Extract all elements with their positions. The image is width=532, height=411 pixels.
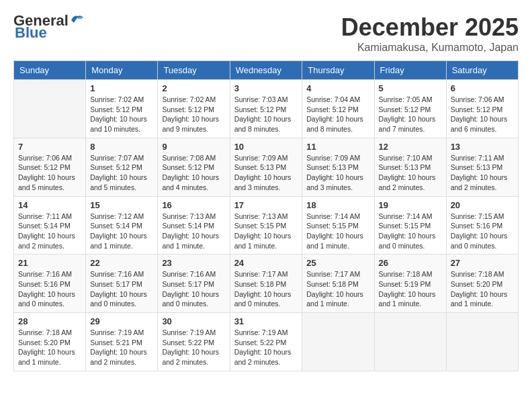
calendar-table: SundayMondayTuesdayWednesdayThursdayFrid… — [13, 60, 519, 371]
calendar-cell: 23Sunrise: 7:16 AM Sunset: 5:17 PM Dayli… — [158, 255, 230, 313]
calendar-cell: 21Sunrise: 7:16 AM Sunset: 5:16 PM Dayli… — [14, 255, 86, 313]
weekday-header-thursday: Thursday — [302, 61, 374, 80]
day-number: 12 — [379, 142, 442, 152]
day-number: 14 — [18, 200, 81, 210]
logo-bird-icon — [70, 13, 85, 26]
day-number: 19 — [379, 200, 442, 210]
day-number: 8 — [90, 142, 153, 152]
day-info: Sunrise: 7:02 AM Sunset: 5:12 PM Dayligh… — [162, 95, 225, 134]
day-number: 6 — [451, 83, 514, 93]
day-number: 13 — [451, 142, 514, 152]
calendar-cell: 11Sunrise: 7:09 AM Sunset: 5:13 PM Dayli… — [302, 138, 374, 196]
day-info: Sunrise: 7:16 AM Sunset: 5:16 PM Dayligh… — [18, 269, 81, 309]
day-number: 20 — [451, 200, 514, 210]
day-number: 25 — [306, 258, 369, 268]
calendar-cell: 17Sunrise: 7:13 AM Sunset: 5:15 PM Dayli… — [230, 196, 302, 255]
day-info: Sunrise: 7:11 AM Sunset: 5:14 PM Dayligh… — [18, 212, 81, 251]
day-info: Sunrise: 7:02 AM Sunset: 5:12 PM Dayligh… — [90, 95, 153, 134]
day-info: Sunrise: 7:13 AM Sunset: 5:14 PM Dayligh… — [162, 212, 225, 251]
day-number: 11 — [306, 142, 369, 152]
day-info: Sunrise: 7:09 AM Sunset: 5:13 PM Dayligh… — [234, 153, 298, 193]
day-info: Sunrise: 7:14 AM Sunset: 5:15 PM Dayligh… — [379, 212, 442, 251]
week-row-1: 7Sunrise: 7:06 AM Sunset: 5:12 PM Daylig… — [14, 138, 519, 196]
weekday-header-wednesday: Wednesday — [230, 61, 302, 80]
calendar-cell: 3Sunrise: 7:03 AM Sunset: 5:12 PM Daylig… — [230, 80, 302, 138]
calendar-cell: 25Sunrise: 7:17 AM Sunset: 5:18 PM Dayli… — [302, 255, 374, 313]
calendar-cell: 22Sunrise: 7:16 AM Sunset: 5:17 PM Dayli… — [86, 255, 158, 313]
day-info: Sunrise: 7:19 AM Sunset: 5:22 PM Dayligh… — [234, 328, 298, 367]
day-info: Sunrise: 7:17 AM Sunset: 5:18 PM Dayligh… — [234, 269, 298, 309]
logo-blue-text: Blue — [15, 24, 47, 41]
day-info: Sunrise: 7:17 AM Sunset: 5:18 PM Dayligh… — [306, 269, 369, 309]
day-info: Sunrise: 7:18 AM Sunset: 5:20 PM Dayligh… — [18, 328, 81, 367]
weekday-header-friday: Friday — [374, 61, 446, 80]
calendar-cell: 29Sunrise: 7:19 AM Sunset: 5:21 PM Dayli… — [86, 313, 158, 371]
day-number: 5 — [379, 83, 442, 93]
day-info: Sunrise: 7:08 AM Sunset: 5:12 PM Dayligh… — [162, 153, 225, 193]
day-number: 1 — [90, 83, 153, 93]
week-row-0: 1Sunrise: 7:02 AM Sunset: 5:12 PM Daylig… — [14, 80, 519, 138]
calendar-cell — [14, 80, 86, 138]
calendar-cell: 5Sunrise: 7:05 AM Sunset: 5:12 PM Daylig… — [374, 80, 446, 138]
day-number: 18 — [306, 200, 369, 210]
day-number: 22 — [90, 258, 153, 268]
day-number: 3 — [234, 83, 298, 93]
calendar-cell: 31Sunrise: 7:19 AM Sunset: 5:22 PM Dayli… — [230, 313, 302, 371]
day-info: Sunrise: 7:12 AM Sunset: 5:14 PM Dayligh… — [90, 212, 153, 251]
day-info: Sunrise: 7:16 AM Sunset: 5:17 PM Dayligh… — [90, 269, 153, 309]
week-row-3: 21Sunrise: 7:16 AM Sunset: 5:16 PM Dayli… — [14, 255, 519, 313]
calendar-cell: 2Sunrise: 7:02 AM Sunset: 5:12 PM Daylig… — [158, 80, 230, 138]
calendar-cell: 19Sunrise: 7:14 AM Sunset: 5:15 PM Dayli… — [374, 196, 446, 255]
day-info: Sunrise: 7:13 AM Sunset: 5:15 PM Dayligh… — [234, 212, 298, 251]
calendar-cell — [374, 313, 446, 371]
calendar-cell — [446, 313, 518, 371]
title-block: December 2025 Kamiamakusa, Kumamoto, Jap… — [341, 13, 519, 54]
calendar-cell: 7Sunrise: 7:06 AM Sunset: 5:12 PM Daylig… — [14, 138, 86, 196]
day-number: 2 — [162, 83, 225, 93]
week-row-2: 14Sunrise: 7:11 AM Sunset: 5:14 PM Dayli… — [14, 196, 519, 255]
calendar-cell: 14Sunrise: 7:11 AM Sunset: 5:14 PM Dayli… — [14, 196, 86, 255]
day-number: 16 — [162, 200, 225, 210]
calendar-cell: 8Sunrise: 7:07 AM Sunset: 5:12 PM Daylig… — [86, 138, 158, 196]
calendar-cell: 26Sunrise: 7:18 AM Sunset: 5:19 PM Dayli… — [374, 255, 446, 313]
weekday-header-tuesday: Tuesday — [158, 61, 230, 80]
day-number: 21 — [18, 258, 81, 268]
calendar-cell: 24Sunrise: 7:17 AM Sunset: 5:18 PM Dayli… — [230, 255, 302, 313]
day-number: 7 — [18, 142, 81, 152]
weekday-header-saturday: Saturday — [446, 61, 518, 80]
day-info: Sunrise: 7:11 AM Sunset: 5:13 PM Dayligh… — [451, 153, 514, 193]
weekday-header-sunday: Sunday — [14, 61, 86, 80]
calendar-cell — [302, 313, 374, 371]
page-header: General Blue December 2025 Kamiamakusa, … — [13, 13, 519, 54]
day-info: Sunrise: 7:07 AM Sunset: 5:12 PM Dayligh… — [90, 153, 153, 193]
day-number: 31 — [234, 316, 298, 326]
calendar-cell: 30Sunrise: 7:19 AM Sunset: 5:22 PM Dayli… — [158, 313, 230, 371]
calendar-cell: 16Sunrise: 7:13 AM Sunset: 5:14 PM Dayli… — [158, 196, 230, 255]
week-row-4: 28Sunrise: 7:18 AM Sunset: 5:20 PM Dayli… — [14, 313, 519, 371]
calendar-cell: 20Sunrise: 7:15 AM Sunset: 5:16 PM Dayli… — [446, 196, 518, 255]
day-number: 15 — [90, 200, 153, 210]
day-number: 4 — [306, 83, 369, 93]
month-title: December 2025 — [341, 13, 519, 42]
calendar-cell: 9Sunrise: 7:08 AM Sunset: 5:12 PM Daylig… — [158, 138, 230, 196]
day-info: Sunrise: 7:03 AM Sunset: 5:12 PM Dayligh… — [234, 95, 298, 134]
calendar-cell: 15Sunrise: 7:12 AM Sunset: 5:14 PM Dayli… — [86, 196, 158, 255]
calendar-cell: 6Sunrise: 7:06 AM Sunset: 5:12 PM Daylig… — [446, 80, 518, 138]
calendar-cell: 18Sunrise: 7:14 AM Sunset: 5:15 PM Dayli… — [302, 196, 374, 255]
calendar-cell: 27Sunrise: 7:18 AM Sunset: 5:20 PM Dayli… — [446, 255, 518, 313]
calendar-cell: 4Sunrise: 7:04 AM Sunset: 5:12 PM Daylig… — [302, 80, 374, 138]
day-info: Sunrise: 7:06 AM Sunset: 5:12 PM Dayligh… — [451, 95, 514, 134]
calendar-cell: 10Sunrise: 7:09 AM Sunset: 5:13 PM Dayli… — [230, 138, 302, 196]
day-info: Sunrise: 7:09 AM Sunset: 5:13 PM Dayligh… — [306, 153, 369, 193]
logo: General Blue — [13, 13, 85, 40]
day-info: Sunrise: 7:05 AM Sunset: 5:12 PM Dayligh… — [379, 95, 442, 134]
day-number: 30 — [162, 316, 225, 326]
day-info: Sunrise: 7:14 AM Sunset: 5:15 PM Dayligh… — [306, 212, 369, 251]
day-info: Sunrise: 7:04 AM Sunset: 5:12 PM Dayligh… — [306, 95, 369, 134]
day-number: 24 — [234, 258, 298, 268]
calendar-cell: 28Sunrise: 7:18 AM Sunset: 5:20 PM Dayli… — [14, 313, 86, 371]
location: Kamiamakusa, Kumamoto, Japan — [341, 42, 519, 54]
day-number: 10 — [234, 142, 298, 152]
calendar-cell: 12Sunrise: 7:10 AM Sunset: 5:13 PM Dayli… — [374, 138, 446, 196]
day-info: Sunrise: 7:18 AM Sunset: 5:19 PM Dayligh… — [379, 269, 442, 309]
